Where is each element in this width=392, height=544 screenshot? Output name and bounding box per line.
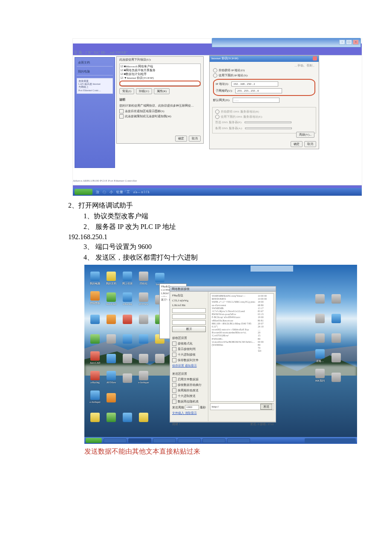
- desktop-icon[interactable]: AutoCAD: [88, 347, 102, 364]
- desktop-icon[interactable]: 控制面板: [88, 288, 102, 305]
- send-button[interactable]: 发送: [260, 404, 272, 410]
- desktop-icon[interactable]: [88, 406, 102, 423]
- auto-ip-radio[interactable]: 自动获得 IP 地址(O): [213, 68, 315, 73]
- system-tray[interactable]: [305, 438, 356, 443]
- taskbar-item[interactable]: [202, 438, 225, 443]
- desktop-icon[interactable]: [120, 327, 135, 344]
- desktop-icon[interactable]: [104, 406, 118, 423]
- mask-input[interactable]: 255 . 255 . 255 . 0: [235, 88, 282, 93]
- desktop-icon[interactable]: [329, 327, 343, 344]
- list-item[interactable]: ☑ ■网络负载平衡共享服务: [121, 69, 199, 72]
- protocol-input[interactable]: [172, 308, 206, 313]
- notify-limited-checkbox[interactable]: 此连接被限制或无连接时通知我(M): [117, 114, 203, 119]
- desktop-icon[interactable]: [104, 386, 118, 403]
- rx-time-checkbox[interactable]: 显示接收时间: [172, 347, 206, 351]
- desktop-icon[interactable]: [136, 406, 151, 423]
- desktop-icon[interactable]: [313, 287, 327, 304]
- ok-button[interactable]: 确定: [291, 141, 303, 147]
- tx-newline-checkbox[interactable]: 接收数据自动换行: [172, 383, 206, 387]
- desktop-icon[interactable]: [136, 308, 151, 325]
- start-button[interactable]: [75, 189, 92, 195]
- rx-save-checkbox[interactable]: 保存数据到文件: [172, 358, 206, 362]
- desktop-icon[interactable]: 回收站: [136, 269, 151, 286]
- desktop-icon[interactable]: HIE系列: [313, 366, 327, 383]
- advanced-button[interactable]: 高级(V)...: [296, 132, 314, 138]
- taskbar-item[interactable]: 汝: [96, 190, 99, 194]
- desktop-icon[interactable]: e-Juvbqarr: [88, 386, 102, 403]
- taskbar-item[interactable]: ㊀: [103, 190, 106, 194]
- notify-icon-checkbox[interactable]: 连接后在通知区域显示图标(S): [117, 109, 203, 114]
- list-item[interactable]: ☑ ▼Internet 协议(TCP/IP): [121, 76, 199, 80]
- desktop-icon[interactable]: [120, 308, 135, 325]
- send-input[interactable]: http://: [212, 405, 219, 408]
- desktop-icon[interactable]: [136, 327, 151, 344]
- desktop-icon[interactable]: e-Juvbqarr: [136, 367, 151, 384]
- tx-links[interactable]: 文件载入 清除显示: [172, 411, 206, 415]
- desktop-icon[interactable]: AVIView: [136, 288, 151, 305]
- desktop-icon[interactable]: 我的电脑: [88, 269, 102, 286]
- desktop-icon[interactable]: [329, 287, 343, 304]
- desktop-icon[interactable]: [104, 327, 118, 344]
- tx-hex-checkbox[interactable]: 十六进制发送: [172, 394, 206, 398]
- desktop-icon[interactable]: [329, 346, 343, 363]
- taskbar-item[interactable]: [178, 438, 201, 443]
- taskbar-item[interactable]: [128, 438, 151, 443]
- screenshot-network-debug-tool: 我的电脑 我的文档 网上邻居 回收站 Internet 控制面板 AutoCAD…: [84, 265, 357, 444]
- desktop-icon[interactable]: [120, 347, 135, 364]
- tx-auto-checkbox[interactable]: 按周期自动发送: [172, 388, 206, 393]
- desktop-icon[interactable]: [329, 366, 343, 383]
- taskbar-item[interactable]: [153, 438, 176, 443]
- desktop-icon[interactable]: 我的文档: [104, 269, 118, 286]
- gateway-input[interactable]: . . .: [233, 98, 280, 103]
- period-input[interactable]: 1000: [185, 405, 199, 410]
- list-item[interactable]: ☑ ■Microsoft 网络客户端: [121, 65, 199, 69]
- desktop-icon[interactable]: 网上邻居: [120, 269, 135, 286]
- taskbar-item[interactable]: 钍量「工: [116, 190, 130, 194]
- uninstall-button[interactable]: 卸载(U): [136, 88, 152, 94]
- tx-file-checkbox[interactable]: 启用文件数据源: [172, 377, 206, 382]
- cancel-button[interactable]: 取消: [304, 141, 316, 147]
- tx-rand-checkbox[interactable]: 数据高位随机填: [172, 399, 206, 404]
- desktop-icon[interactable]: [120, 367, 135, 384]
- taskbar-item[interactable]: 小: [110, 190, 113, 194]
- manual-ip-radio[interactable]: 使用下面的 IP 地址(S):: [213, 73, 315, 78]
- taskbar-item[interactable]: [227, 438, 250, 443]
- port-input[interactable]: [172, 320, 206, 325]
- tcpip-properties-dialog: Internet 协议(TCP/IP) …手动。否则， 自动获得 IP 地址(O…: [209, 55, 319, 149]
- desktop-icon[interactable]: a-Racing: [120, 288, 135, 305]
- desktop-icon[interactable]: a-Racing: [88, 367, 102, 384]
- desktop-icon[interactable]: [104, 347, 118, 364]
- taskbar-item[interactable]: [104, 438, 127, 443]
- desktop-icon[interactable]: [120, 406, 135, 423]
- desktop-icon[interactable]: [313, 307, 327, 324]
- connect-button[interactable]: 断开: [172, 326, 206, 332]
- receive-textarea[interactable]: SSMEMBERANCoreq/Vesse/—REEDOMEXSSEB-.c³-…: [210, 293, 274, 402]
- start-button[interactable]: [86, 438, 102, 443]
- ok-button[interactable]: 确定: [175, 136, 187, 142]
- list-item[interactable]: ☑ ■数据包计划程序: [121, 72, 199, 76]
- rx-hex-checkbox[interactable]: 十六进制接收: [172, 353, 206, 357]
- taskbar[interactable]: [84, 437, 357, 444]
- taskbar[interactable]: 汝 ㊀ 小 钍量「工 a'a— n l f h: [73, 188, 362, 196]
- desktop-icon[interactable]: [136, 347, 151, 364]
- desktop-icon[interactable]: [329, 307, 343, 324]
- desktop-icon[interactable]: [104, 308, 118, 325]
- desktop-icon[interactable]: 表格…: [313, 346, 327, 363]
- desktop-icon[interactable]: [88, 308, 102, 325]
- properties-button[interactable]: 属性(R): [154, 88, 170, 94]
- desktop-icon[interactable]: [153, 347, 167, 364]
- rx-format-checkbox[interactable]: 接收格式化: [172, 341, 206, 346]
- ip-input[interactable]: 192 . 168 . 250 . 2: [231, 81, 278, 87]
- desktop-icon[interactable]: AVIView: [104, 367, 118, 384]
- network-debug-window[interactable]: 网络数据接收 FBp点位 CTLJ tt(lrWg LJK/trf Hit 断开…: [170, 286, 276, 422]
- desktop-icon[interactable]: Internet: [153, 269, 167, 286]
- server-ip-input[interactable]: [172, 314, 206, 319]
- install-button[interactable]: 安装(I): [119, 88, 134, 94]
- close-icon[interactable]: [313, 56, 317, 61]
- desktop-icon[interactable]: [313, 327, 327, 344]
- rx-links[interactable]: 保存设置 通知显示: [172, 364, 206, 368]
- desktop-icon[interactable]: AutoCAD: [104, 288, 118, 305]
- desktop-icon[interactable]: [88, 327, 102, 344]
- taskbar-item[interactable]: a'a— n l f h: [133, 190, 149, 194]
- cancel-button[interactable]: 取消: [189, 136, 201, 142]
